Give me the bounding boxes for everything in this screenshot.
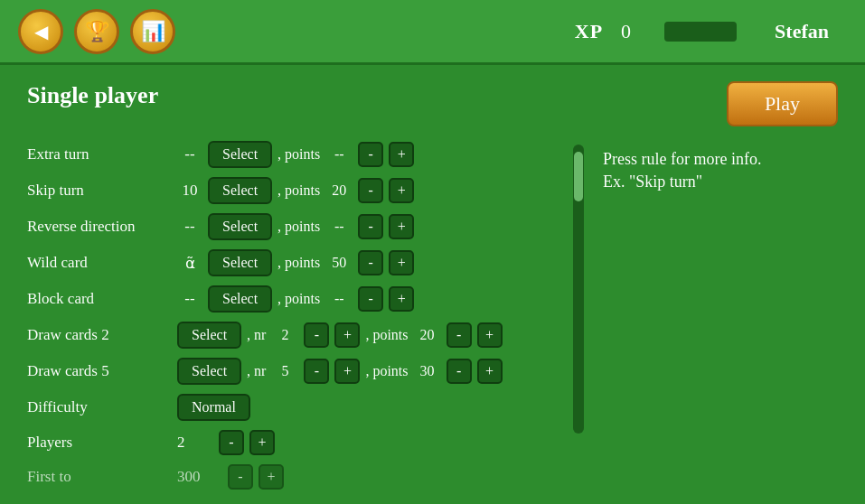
wild-card-row: Wild card ᾶ Select , points 50 - + xyxy=(27,249,554,276)
skip-turn-label: Skip turn xyxy=(27,182,172,200)
reverse-direction-points-value: -- xyxy=(325,219,353,235)
difficulty-label: Difficulty xyxy=(27,398,172,416)
wild-card-points-value: 50 xyxy=(325,255,353,271)
extra-turn-label: Extra turn xyxy=(27,145,172,163)
scrollbar[interactable] xyxy=(572,141,585,499)
info-line1: Press rule for more info. xyxy=(603,150,838,169)
chart-button[interactable]: 📊 xyxy=(130,9,175,54)
draw-cards-5-nr-value: 5 xyxy=(271,363,298,379)
players-label: Players xyxy=(27,434,172,452)
extra-turn-row: Extra turn -- Select , points -- - + xyxy=(27,141,554,168)
skip-turn-row: Skip turn 10 Select , points 20 - + xyxy=(27,177,554,204)
xp-label: XP xyxy=(575,20,603,43)
block-card-points-value: -- xyxy=(325,291,353,307)
draw-cards-2-row: Draw cards 2 Select , nr 2 - + , points … xyxy=(27,322,554,349)
draw-cards-2-nr-label: , nr xyxy=(247,327,266,343)
draw-cards-2-pts-plus[interactable]: + xyxy=(477,322,503,348)
draw-cards-2-nr-value: 2 xyxy=(271,327,298,343)
players-minus[interactable]: - xyxy=(219,430,244,455)
trophy-button[interactable]: 🏆 xyxy=(74,9,119,54)
trophy-icon: 🏆 xyxy=(85,20,109,43)
draw-cards-5-select[interactable]: Select xyxy=(177,358,241,385)
difficulty-row: Difficulty Normal xyxy=(27,394,554,421)
reverse-direction-select[interactable]: Select xyxy=(208,213,272,240)
info-panel: Press rule for more info. Ex. "Skip turn… xyxy=(603,141,838,499)
extra-turn-value: -- xyxy=(177,145,202,163)
block-card-select[interactable]: Select xyxy=(208,285,272,313)
page-title: Single player xyxy=(27,82,158,109)
draw-cards-5-pts-minus[interactable]: - xyxy=(447,359,472,384)
players-value: 2 xyxy=(177,434,213,452)
reverse-direction-minus[interactable]: - xyxy=(358,214,383,239)
extra-turn-plus[interactable]: + xyxy=(389,142,414,167)
wild-card-plus[interactable]: + xyxy=(389,250,414,275)
block-card-minus[interactable]: - xyxy=(358,286,383,312)
draw-cards-5-nr-label: , nr xyxy=(247,363,266,379)
difficulty-select[interactable]: Normal xyxy=(177,394,250,421)
extra-turn-minus[interactable]: - xyxy=(358,142,383,167)
extra-turn-select[interactable]: Select xyxy=(208,141,272,168)
draw-cards-5-row: Draw cards 5 Select , nr 5 - + , points … xyxy=(27,358,554,385)
players-row: Players 2 - + xyxy=(27,430,554,455)
skip-turn-minus[interactable]: - xyxy=(358,178,383,203)
block-card-plus[interactable]: + xyxy=(389,286,414,312)
first-to-label: First to xyxy=(27,468,172,486)
players-plus[interactable]: + xyxy=(249,430,275,455)
first-to-row: First to 300 - + xyxy=(27,464,554,490)
skip-turn-points-value: 20 xyxy=(325,182,353,199)
rules-list: Extra turn -- Select , points -- - + Ski… xyxy=(27,141,554,499)
back-button[interactable]: ◀ xyxy=(18,9,63,54)
wild-card-label: Wild card xyxy=(27,254,172,272)
block-card-points-label: , points xyxy=(277,291,320,307)
reverse-direction-row: Reverse direction -- Select , points -- … xyxy=(27,213,554,240)
draw-cards-5-nr-minus[interactable]: - xyxy=(304,359,329,384)
draw-cards-2-select[interactable]: Select xyxy=(177,322,241,349)
wild-card-minus[interactable]: - xyxy=(358,250,383,275)
xp-bar xyxy=(664,22,737,42)
draw-cards-5-points-label: , points xyxy=(365,363,408,379)
reverse-direction-points-label: , points xyxy=(277,219,320,235)
first-to-value: 300 xyxy=(177,468,222,486)
back-icon: ◀ xyxy=(34,21,48,42)
skip-turn-select[interactable]: Select xyxy=(208,177,272,204)
draw-cards-5-pts-plus[interactable]: + xyxy=(477,359,503,384)
wild-card-value: ᾶ xyxy=(177,254,202,273)
user-name: Stefan xyxy=(775,20,829,43)
draw-cards-2-points-label: , points xyxy=(365,327,408,343)
draw-cards-2-nr-plus[interactable]: + xyxy=(334,322,360,348)
first-to-plus[interactable]: + xyxy=(259,464,284,490)
extra-turn-points-label: , points xyxy=(277,146,320,163)
block-card-value: -- xyxy=(177,290,202,308)
wild-card-points-label: , points xyxy=(277,255,320,271)
draw-cards-2-label: Draw cards 2 xyxy=(27,326,172,344)
draw-cards-2-points-value: 20 xyxy=(414,327,441,343)
chart-icon: 📊 xyxy=(141,20,165,43)
block-card-label: Block card xyxy=(27,290,172,308)
xp-value: 0 xyxy=(621,20,648,43)
info-line2: Ex. "Skip turn" xyxy=(603,173,838,191)
skip-turn-points-label: , points xyxy=(277,182,320,199)
skip-turn-value: 10 xyxy=(177,182,202,200)
first-to-minus[interactable]: - xyxy=(228,464,253,490)
reverse-direction-plus[interactable]: + xyxy=(389,214,414,239)
skip-turn-plus[interactable]: + xyxy=(389,178,414,203)
draw-cards-5-nr-plus[interactable]: + xyxy=(334,359,360,384)
extra-turn-points-value: -- xyxy=(325,146,353,163)
draw-cards-2-pts-minus[interactable]: - xyxy=(447,322,472,348)
top-bar: ◀ 🏆 📊 XP 0 Stefan xyxy=(0,0,865,65)
play-button[interactable]: Play xyxy=(727,81,838,126)
reverse-direction-value: -- xyxy=(177,218,202,236)
draw-cards-2-nr-minus[interactable]: - xyxy=(304,322,329,348)
block-card-row: Block card -- Select , points -- - + xyxy=(27,285,554,313)
wild-card-select[interactable]: Select xyxy=(208,249,272,276)
draw-cards-5-label: Draw cards 5 xyxy=(27,362,172,380)
draw-cards-5-points-value: 30 xyxy=(414,363,441,379)
scroll-thumb[interactable] xyxy=(574,152,583,201)
reverse-direction-label: Reverse direction xyxy=(27,218,172,236)
